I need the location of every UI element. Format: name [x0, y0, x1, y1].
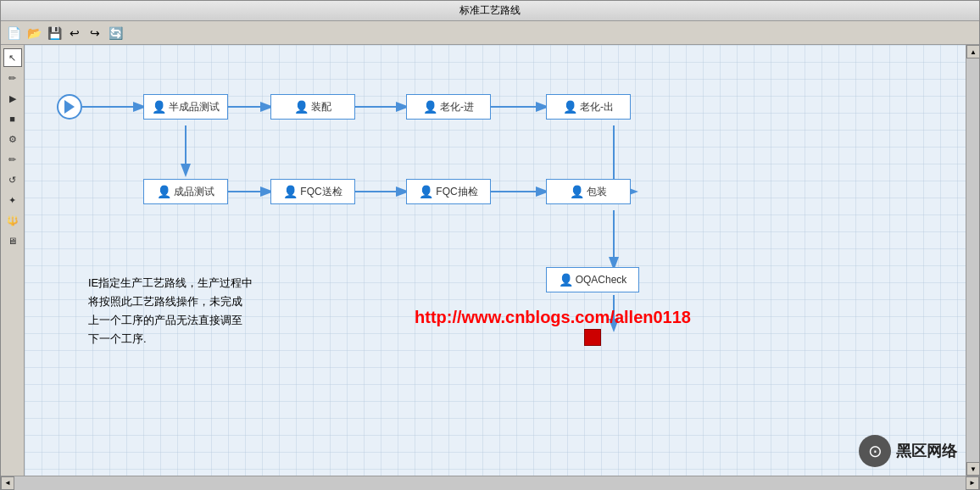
end-node[interactable]: [584, 329, 601, 346]
bottom-bar: ◄ ►: [1, 476, 979, 489]
node-assembly-label: 装配: [311, 100, 331, 114]
title-bar: 标准工艺路线: [1, 1, 979, 21]
rotate-tool[interactable]: ↺: [3, 170, 22, 189]
person-icon-1: 👤: [152, 100, 166, 114]
open-button[interactable]: 📂: [25, 24, 43, 42]
new-button[interactable]: 📄: [4, 24, 23, 42]
main-area: ↖ ✏ ▶ ■ ⚙ ✏ ↺ ✦ 🔱 🖥: [1, 45, 979, 476]
scroll-left-button[interactable]: ◄: [1, 476, 14, 490]
watermark-site-text: 黑区网络: [896, 441, 957, 461]
branch-tool[interactable]: 🔱: [3, 211, 22, 230]
node-fqc-send[interactable]: 👤 FQC送检: [270, 179, 355, 204]
scroll-right-button[interactable]: ►: [966, 476, 979, 490]
save-button[interactable]: 💾: [45, 24, 64, 42]
monitor-tool[interactable]: 🖥: [3, 231, 22, 250]
left-toolbar: ↖ ✏ ▶ ■ ⚙ ✏ ↺ ✦ 🔱 🖥: [1, 45, 25, 476]
node-pack-label: 包装: [587, 185, 607, 199]
node-aging-out-label: 老化-出: [580, 100, 614, 114]
scroll-track-h[interactable]: [14, 476, 966, 490]
node-semi-test[interactable]: 👤 半成品测试: [143, 94, 228, 120]
url-text: http://www.cnblogs.com/allen0118: [415, 308, 691, 327]
canvas-area[interactable]: 👤 半成品测试 👤 装配 👤 老化-进 👤 老化-出 👤 成品测试: [25, 45, 966, 476]
watermark-icon: ⊙: [859, 435, 891, 467]
person-icon-9: 👤: [559, 273, 573, 287]
scroll-down-button[interactable]: ▼: [966, 462, 979, 476]
main-window: 标准工艺路线 📄 📂 💾 ↩ ↪ 🔄 ↖ ✏ ▶ ■ ⚙ ✏ ↺ ✦ 🔱 🖥: [0, 0, 980, 490]
pencil-tool[interactable]: ✏: [3, 69, 22, 87]
node-oqa-label: OQACheck: [576, 274, 627, 286]
edit-tool[interactable]: ✏: [3, 150, 22, 169]
node-pack[interactable]: 👤 包装: [546, 179, 631, 204]
refresh-button[interactable]: 🔄: [106, 24, 125, 42]
stop-tool[interactable]: ■: [3, 109, 22, 128]
person-icon-7: 👤: [419, 185, 433, 198]
play-tool[interactable]: ▶: [3, 89, 22, 108]
node-final-test-label: 成品测试: [174, 185, 214, 199]
scroll-up-button[interactable]: ▲: [966, 45, 979, 58]
scroll-track-v[interactable]: [966, 58, 979, 462]
redo-button[interactable]: ↪: [86, 24, 104, 42]
person-icon-8: 👤: [570, 185, 584, 198]
person-icon-3: 👤: [423, 100, 437, 114]
node-final-test[interactable]: 👤 成品测试: [143, 179, 228, 204]
person-icon-2: 👤: [294, 100, 309, 114]
node-oqa[interactable]: 👤 OQACheck: [546, 267, 639, 292]
settings-tool[interactable]: ⚙: [3, 130, 22, 148]
node-assembly[interactable]: 👤 装配: [270, 94, 355, 120]
select-tool[interactable]: ↖: [3, 48, 22, 67]
start-arrow-icon: [64, 100, 75, 114]
right-scrollbar[interactable]: ▲ ▼: [966, 45, 979, 476]
node-semi-test-label: 半成品测试: [169, 100, 220, 114]
star-tool[interactable]: ✦: [3, 191, 22, 209]
node-fqc-check[interactable]: 👤 FQC抽检: [406, 179, 491, 204]
bottom-scrollbar[interactable]: ◄ ►: [1, 476, 979, 490]
node-fqc-send-label: FQC送检: [300, 185, 342, 199]
description-text: IE指定生产工艺路线，生产过程中 将按照此工艺路线操作，未完成 上一个工序的产品…: [88, 274, 402, 348]
node-fqc-check-label: FQC抽检: [436, 185, 477, 199]
watermark: ⊙ 黑区网络: [859, 435, 957, 467]
person-icon-4: 👤: [563, 100, 577, 114]
node-aging-out[interactable]: 👤 老化-出: [546, 94, 631, 120]
undo-button[interactable]: ↩: [65, 24, 84, 42]
start-node[interactable]: [57, 94, 82, 120]
window-title: 标准工艺路线: [8, 3, 972, 18]
node-aging-in[interactable]: 👤 老化-进: [406, 94, 491, 120]
person-icon-5: 👤: [157, 185, 171, 198]
toolbar: 📄 📂 💾 ↩ ↪ 🔄: [1, 21, 979, 45]
node-aging-in-label: 老化-进: [440, 100, 474, 114]
person-icon-6: 👤: [283, 185, 298, 198]
